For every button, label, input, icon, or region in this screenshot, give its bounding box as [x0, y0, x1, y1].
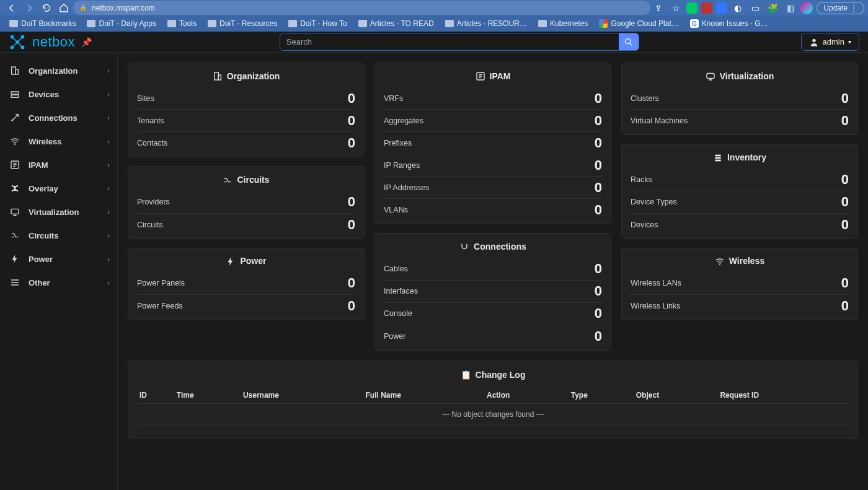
star-icon[interactable]: ☆: [669, 1, 683, 15]
back-button[interactable]: [4, 1, 20, 15]
stat-row[interactable]: Power 0: [384, 325, 602, 348]
changelog-col-header[interactable]: Type: [569, 387, 634, 404]
stat-row[interactable]: Wireless Links 0: [631, 295, 849, 317]
sidebar-item-wireless[interactable]: Wireless ›: [0, 129, 117, 153]
bookmark-item[interactable]: DoiT - Daily Apps: [82, 17, 160, 30]
stat-row[interactable]: Interfaces 0: [384, 281, 602, 303]
bookmark-item[interactable]: Articles - RESOUR…: [441, 17, 531, 30]
circuits-icon: [223, 174, 232, 185]
bookmark-item[interactable]: Tools: [163, 17, 201, 30]
bookmark-label: Google Cloud Plat…: [611, 19, 678, 28]
extensions-icon[interactable]: 🧩: [766, 1, 779, 15]
share-icon[interactable]: ⇪: [652, 1, 665, 15]
stat-row[interactable]: Virtual Machines 0: [631, 110, 849, 132]
ext-square-icon[interactable]: ▭: [748, 1, 762, 15]
bookmark-item[interactable]: DoiT - Resources: [203, 17, 281, 30]
bookmark-item[interactable]: Kubernetes: [534, 17, 592, 30]
stat-row[interactable]: Prefixes 0: [384, 132, 602, 154]
user-menu[interactable]: admin ▾: [801, 33, 859, 51]
stat-row[interactable]: Cables 0: [384, 258, 602, 281]
ext-circle-icon[interactable]: ◐: [731, 1, 745, 15]
logo-region[interactable]: netbox 📌: [9, 33, 118, 51]
sidebar-item-virtualization[interactable]: Virtualization ›: [0, 200, 117, 224]
stat-row[interactable]: Providers 0: [137, 191, 355, 214]
card-title: Wireless: [729, 256, 764, 266]
ext-blue-icon[interactable]: [716, 2, 727, 14]
sidebar-item-connections[interactable]: Connections ›: [0, 106, 117, 129]
stat-row[interactable]: Aggregates 0: [384, 110, 602, 132]
dashboard-col-1: Organization Sites 0 Tenants 0 Contacts …: [128, 63, 365, 351]
stat-row[interactable]: VLANs 0: [384, 199, 602, 221]
bookmark-item[interactable]: Articles - TO READ: [354, 17, 438, 30]
sidebar-item-ipam[interactable]: IPAM ›: [0, 153, 117, 177]
stat-value: 0: [595, 328, 602, 344]
stat-row[interactable]: Tenants 0: [137, 110, 355, 132]
sidebar-item-circuits[interactable]: Circuits ›: [0, 224, 117, 247]
chevron-right-icon: ›: [107, 208, 110, 216]
sidebar-item-organization[interactable]: Organization ›: [0, 59, 117, 82]
stat-row[interactable]: Console 0: [384, 303, 602, 325]
stat-row[interactable]: IP Addresses 0: [384, 177, 602, 199]
stat-row[interactable]: Devices 0: [631, 214, 849, 236]
chevron-right-icon: ›: [107, 232, 110, 239]
update-button[interactable]: Update ⋮: [817, 2, 864, 14]
bookmark-item[interactable]: DoiT Bookmarks: [5, 17, 80, 30]
bookmark-item[interactable]: Google Cloud Plat…: [595, 17, 683, 30]
stat-label: IP Ranges: [384, 161, 420, 170]
ext-green-icon[interactable]: [686, 2, 698, 14]
changelog-col-header[interactable]: Object: [634, 387, 718, 404]
sidebar-item-label: Overlay: [29, 184, 58, 193]
svg-rect-25: [715, 157, 720, 159]
stat-value: 0: [841, 172, 849, 188]
pin-icon[interactable]: 📌: [81, 37, 92, 47]
home-button[interactable]: [56, 1, 72, 15]
stat-value: 0: [348, 298, 355, 314]
dashboard-col-3: Virtualization Clusters 0 Virtual Machin…: [621, 63, 858, 351]
changelog-col-header[interactable]: ID: [137, 387, 174, 404]
sidebar-item-devices[interactable]: Devices ›: [0, 82, 117, 106]
stat-row[interactable]: Device Types 0: [631, 191, 849, 214]
stat-label: Console: [384, 309, 412, 318]
stat-label: Racks: [631, 175, 652, 184]
reload-button[interactable]: [38, 1, 55, 15]
ipam-icon: [476, 71, 485, 81]
stat-row[interactable]: VRFs 0: [384, 87, 602, 110]
search-button[interactable]: [619, 33, 639, 50]
search-input[interactable]: [280, 33, 619, 50]
changelog-col-header[interactable]: Full Name: [363, 387, 484, 404]
svg-rect-7: [12, 67, 16, 74]
side-panel-icon[interactable]: ▥: [783, 1, 797, 15]
changelog-col-header[interactable]: Username: [241, 387, 363, 404]
sidebar-item-power[interactable]: Power ›: [0, 247, 117, 271]
stat-row[interactable]: Wireless LANs 0: [631, 273, 849, 295]
stat-label: Virtual Machines: [631, 116, 688, 125]
bookmark-item[interactable]: GKnown Issues - G…: [686, 17, 773, 30]
sidebar-item-other[interactable]: Other ›: [0, 271, 117, 294]
stat-label: Cables: [384, 265, 408, 273]
search-group: [280, 33, 639, 51]
stat-row[interactable]: Sites 0: [137, 87, 355, 110]
stat-value: 0: [595, 113, 602, 129]
address-bar[interactable]: 🔒 netbox.msparr.com: [73, 1, 650, 15]
sidebar: Organization › Devices › Connections › W…: [0, 53, 118, 490]
bookmark-item[interactable]: DoiT - How To: [284, 17, 352, 30]
stat-row[interactable]: Circuits 0: [137, 214, 355, 236]
sidebar-item-overlay[interactable]: Overlay ›: [0, 177, 117, 200]
card-circuits: Circuits Providers 0 Circuits 0: [128, 166, 365, 238]
stat-row[interactable]: Clusters 0: [631, 87, 849, 110]
stat-row[interactable]: Power Feeds 0: [137, 295, 355, 317]
stat-label: Aggregates: [384, 116, 423, 125]
changelog-col-header[interactable]: Time: [174, 387, 241, 404]
stat-row[interactable]: IP Ranges 0: [384, 154, 602, 177]
stat-row[interactable]: Racks 0: [631, 169, 849, 191]
ext-red-icon[interactable]: [701, 2, 712, 14]
stat-label: Power: [384, 332, 405, 341]
changelog-col-header[interactable]: Action: [484, 387, 569, 404]
svg-point-27: [719, 264, 720, 265]
changelog-col-header[interactable]: Request ID: [717, 387, 849, 404]
stat-row[interactable]: Power Panels 0: [137, 273, 355, 295]
forward-button[interactable]: [21, 1, 37, 15]
profile-avatar[interactable]: [800, 2, 813, 14]
stat-row[interactable]: Contacts 0: [137, 132, 355, 154]
stat-value: 0: [348, 194, 355, 210]
